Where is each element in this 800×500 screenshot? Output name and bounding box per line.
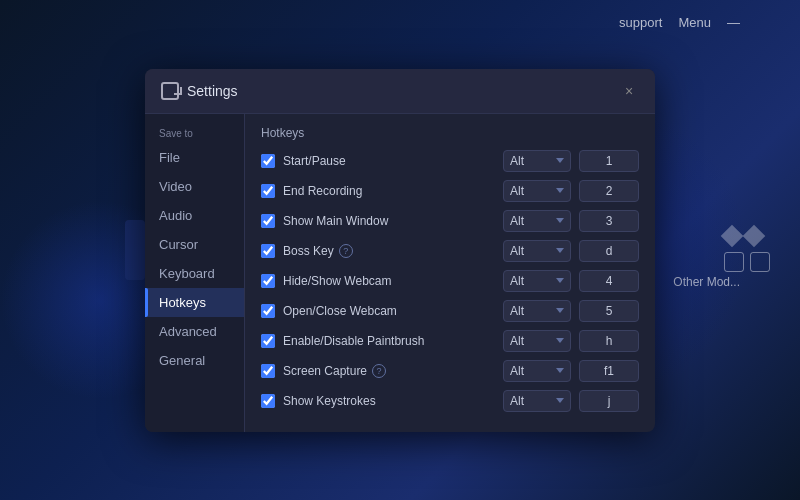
- sidebar-item-audio[interactable]: Audio: [145, 201, 244, 230]
- hotkey-checkbox-show-main-window[interactable]: [261, 214, 275, 228]
- hotkey-key-show-main-window[interactable]: [579, 210, 639, 232]
- hotkey-checkbox-open-close-webcam[interactable]: [261, 304, 275, 318]
- hotkey-key-enable-disable-paintbrush[interactable]: [579, 330, 639, 352]
- hotkey-modifier-show-keystrokes[interactable]: AltCtrlShift: [503, 390, 571, 412]
- save-to-label: Save to: [145, 122, 244, 143]
- hotkey-row-hide-show-webcam: Hide/Show Webcam AltCtrlShift: [261, 270, 639, 292]
- hotkey-key-hide-show-webcam[interactable]: [579, 270, 639, 292]
- hotkey-checkbox-show-keystrokes[interactable]: [261, 394, 275, 408]
- hotkey-checkbox-end-recording[interactable]: [261, 184, 275, 198]
- hotkey-key-screen-capture[interactable]: [579, 360, 639, 382]
- hotkey-key-start-pause[interactable]: [579, 150, 639, 172]
- hotkey-checkbox-boss-key[interactable]: [261, 244, 275, 258]
- sidebar-item-keyboard[interactable]: Keyboard: [145, 259, 244, 288]
- hotkey-modifier-hide-show-webcam[interactable]: AltCtrlShift: [503, 270, 571, 292]
- dialog-titlebar: Settings ×: [145, 69, 655, 114]
- settings-sidebar: Save to File Video Audio Cursor Keyboard…: [145, 114, 245, 432]
- hotkey-label-end-recording: End Recording: [283, 184, 495, 198]
- sidebar-item-general[interactable]: General: [145, 346, 244, 375]
- hotkey-row-open-close-webcam: Open/Close Webcam AltCtrlShift: [261, 300, 639, 322]
- hotkey-label-open-close-webcam: Open/Close Webcam: [283, 304, 495, 318]
- hotkey-row-screen-capture: Screen Capture ? AltCtrlShift: [261, 360, 639, 382]
- hotkey-row-show-keystrokes: Show Keystrokes AltCtrlShift: [261, 390, 639, 412]
- dialog-app-icon: [161, 82, 179, 100]
- hotkey-label-screen-capture: Screen Capture ?: [283, 364, 495, 378]
- hotkey-label-boss-key: Boss Key ?: [283, 244, 495, 258]
- hotkey-key-boss-key[interactable]: [579, 240, 639, 262]
- hotkey-row-enable-disable-paintbrush: Enable/Disable Paintbrush AltCtrlShift: [261, 330, 639, 352]
- hotkey-row-start-pause: Start/Pause AltCtrlShift: [261, 150, 639, 172]
- dialog-close-button[interactable]: ×: [619, 81, 639, 101]
- dialog-title: Settings: [187, 83, 619, 99]
- hotkey-modifier-show-main-window[interactable]: AltCtrlShift: [503, 210, 571, 232]
- settings-dialog: Settings × Save to File Video Audio Curs…: [145, 69, 655, 432]
- hotkey-row-boss-key: Boss Key ? AltCtrlShift: [261, 240, 639, 262]
- hotkey-key-show-keystrokes[interactable]: [579, 390, 639, 412]
- help-icon-screen-capture[interactable]: ?: [372, 364, 386, 378]
- hotkey-label-show-keystrokes: Show Keystrokes: [283, 394, 495, 408]
- hotkey-modifier-enable-disable-paintbrush[interactable]: AltCtrlShift: [503, 330, 571, 352]
- hotkey-row-end-recording: End Recording AltCtrlShift: [261, 180, 639, 202]
- hotkey-modifier-screen-capture[interactable]: AltCtrlShift: [503, 360, 571, 382]
- hotkey-modifier-start-pause[interactable]: AltCtrlShift: [503, 150, 571, 172]
- hotkey-modifier-boss-key[interactable]: AltCtrlShift: [503, 240, 571, 262]
- hotkey-row-show-main-window: Show Main Window AltCtrlShift: [261, 210, 639, 232]
- dialog-body: Save to File Video Audio Cursor Keyboard…: [145, 114, 655, 432]
- sidebar-item-cursor[interactable]: Cursor: [145, 230, 244, 259]
- hotkeys-content: Hotkeys Start/Pause AltCtrlShift End Rec…: [245, 114, 655, 432]
- hotkey-label-hide-show-webcam: Hide/Show Webcam: [283, 274, 495, 288]
- hotkey-modifier-end-recording[interactable]: AltCtrlShift: [503, 180, 571, 202]
- hotkey-checkbox-start-pause[interactable]: [261, 154, 275, 168]
- hotkey-modifier-open-close-webcam[interactable]: AltCtrlShift: [503, 300, 571, 322]
- sidebar-item-hotkeys[interactable]: Hotkeys: [145, 288, 244, 317]
- sidebar-item-video[interactable]: Video: [145, 172, 244, 201]
- dialog-overlay: Settings × Save to File Video Audio Curs…: [0, 0, 800, 500]
- sidebar-item-file[interactable]: File: [145, 143, 244, 172]
- hotkey-checkbox-screen-capture[interactable]: [261, 364, 275, 378]
- hotkey-label-show-main-window: Show Main Window: [283, 214, 495, 228]
- sidebar-item-advanced[interactable]: Advanced: [145, 317, 244, 346]
- help-icon-boss-key[interactable]: ?: [339, 244, 353, 258]
- hotkey-label-start-pause: Start/Pause: [283, 154, 495, 168]
- hotkey-key-end-recording[interactable]: [579, 180, 639, 202]
- hotkeys-section-title: Hotkeys: [261, 126, 639, 140]
- hotkey-checkbox-enable-disable-paintbrush[interactable]: [261, 334, 275, 348]
- hotkey-key-open-close-webcam[interactable]: [579, 300, 639, 322]
- hotkey-label-enable-disable-paintbrush: Enable/Disable Paintbrush: [283, 334, 495, 348]
- hotkey-checkbox-hide-show-webcam[interactable]: [261, 274, 275, 288]
